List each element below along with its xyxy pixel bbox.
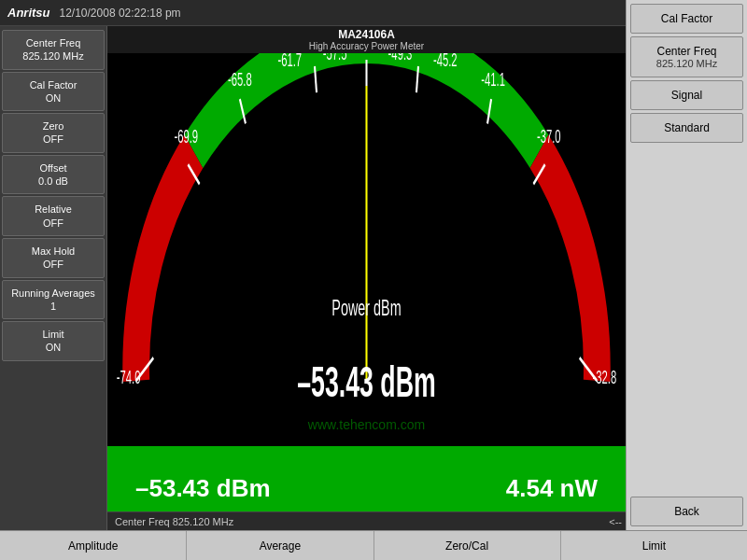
main-area: MA24106A High Accuracy Power Meter — [107, 26, 626, 530]
sidebar-btn-limit[interactable]: Limit ON — [2, 321, 105, 361]
device-model: MA24106A — [107, 28, 626, 41]
dbm-reading: –53.43 dBm — [135, 474, 271, 503]
arrow-indicator: <-- — [609, 516, 626, 527]
gauge-svg: -74.0 -69.9 -65.8 -61.7 -57.5 -53.4 -49.… — [107, 53, 626, 446]
logo: Anritsu — [7, 6, 50, 20]
back-button[interactable]: Back — [630, 497, 743, 526]
watermark: www.tehencom.com — [308, 417, 425, 432]
status-text: Center Freq 825.120 MHz — [115, 516, 233, 527]
sidebar-btn-cal-factor[interactable]: Cal Factor ON — [2, 72, 105, 112]
svg-text:-45.2: -45.2 — [433, 53, 458, 70]
device-desc: High Accuracy Power Meter — [107, 41, 626, 51]
device-info: MA24106A High Accuracy Power Meter — [107, 26, 626, 53]
datetime: 12/10/2008 02:22:18 pm — [60, 7, 675, 20]
svg-text:-74.0: -74.0 — [117, 368, 141, 387]
left-sidebar: Center Freq 825.120 MHzCal Factor ONZero… — [0, 26, 107, 530]
right-sidebar: Cal FactorCenter Freq825.120 MHzSignalSt… — [626, 0, 747, 530]
svg-text:-61.7: -61.7 — [277, 53, 302, 70]
status-bar: Center Freq 825.120 MHz <-- — [107, 511, 626, 530]
right-btn-standard[interactable]: Standard — [630, 113, 743, 143]
svg-text:-69.9: -69.9 — [174, 127, 198, 147]
svg-text:-41.1: -41.1 — [481, 70, 505, 90]
tab-amplitude[interactable]: Amplitude — [0, 531, 187, 560]
tab-average[interactable]: Average — [187, 531, 374, 560]
tab-zerocal[interactable]: Zero/Cal — [374, 531, 561, 560]
sidebar-btn-running-avg[interactable]: Running Averages 1 — [2, 280, 105, 320]
svg-text:-49.3: -49.3 — [388, 53, 413, 63]
bottom-tabs: AmplitudeAverageZero/CalLimit — [0, 530, 747, 560]
svg-text:-37.0: -37.0 — [537, 127, 561, 147]
tab-limit[interactable]: Limit — [561, 531, 747, 560]
sidebar-btn-zero[interactable]: Zero OFF — [2, 113, 105, 153]
svg-text:-32.8: -32.8 — [593, 368, 617, 387]
sidebar-btn-center-freq[interactable]: Center Freq 825.120 MHz — [2, 30, 105, 70]
sidebar-btn-offset[interactable]: Offset 0.0 dB — [2, 155, 105, 195]
meter-container: -74.0 -69.9 -65.8 -61.7 -57.5 -53.4 -49.… — [107, 53, 626, 530]
svg-text:Power dBm: Power dBm — [331, 295, 401, 320]
sidebar-btn-max-hold[interactable]: Max Hold OFF — [2, 238, 105, 278]
right-btn-signal[interactable]: Signal — [630, 80, 743, 110]
nw-reading: 4.54 nW — [506, 474, 598, 503]
svg-text:-53.4: -53.4 — [355, 53, 379, 57]
right-btn-center-freq[interactable]: Center Freq825.120 MHz — [630, 36, 743, 77]
svg-text:-65.8: -65.8 — [228, 70, 252, 90]
gauge-area: -74.0 -69.9 -65.8 -61.7 -57.5 -53.4 -49.… — [107, 53, 626, 446]
svg-text:–53.43 dBm: –53.43 dBm — [297, 358, 435, 406]
right-btn-cal-factor[interactable]: Cal Factor — [630, 4, 743, 34]
right-spacer — [630, 146, 743, 494]
sidebar-btn-relative[interactable]: Relative OFF — [2, 196, 105, 236]
svg-text:-57.5: -57.5 — [323, 53, 347, 63]
